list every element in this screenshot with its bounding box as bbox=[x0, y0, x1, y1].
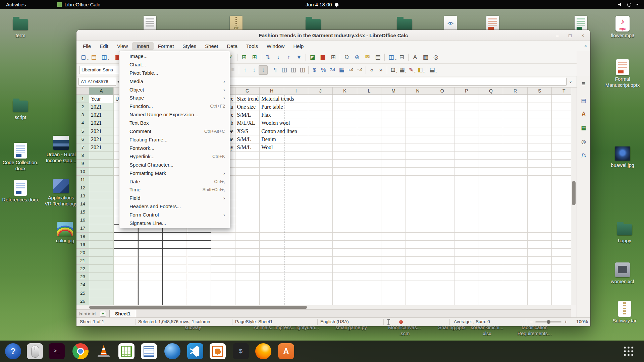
wrap-text-icon[interactable]: ¶ bbox=[271, 65, 280, 75]
column-header-N[interactable]: N bbox=[406, 87, 430, 95]
column-header-J[interactable]: J bbox=[308, 87, 333, 95]
row-header-7[interactable]: 7 bbox=[76, 143, 89, 152]
desktop-icon-flower-mp3[interactable]: flower.mp3 bbox=[606, 15, 639, 39]
currency-format-icon[interactable]: $ bbox=[310, 65, 319, 75]
unsaved-changes-icon[interactable] bbox=[399, 320, 403, 324]
row-header-1[interactable]: 1 bbox=[76, 95, 89, 103]
styles-icon[interactable]: A bbox=[579, 109, 589, 119]
cell-G5[interactable]: XS/S bbox=[235, 127, 249, 135]
menu-item-named-range-or-expression[interactable]: Named Range or Expression... bbox=[119, 110, 230, 119]
cell-G6[interactable]: S/M/L bbox=[235, 135, 251, 143]
insert-comment-icon[interactable]: ✉ bbox=[362, 53, 373, 62]
menu-item-form-control[interactable]: Form Control› bbox=[119, 210, 230, 219]
save-icon[interactable]: ◫▾ bbox=[99, 53, 109, 62]
insert-chart-icon[interactable]: ▆ bbox=[318, 53, 328, 62]
row-header-4[interactable]: 4 bbox=[76, 119, 89, 127]
sheet-tab-sheet1[interactable]: Sheet1 bbox=[109, 310, 136, 317]
desktop-icon-formal-manuscript[interactable]: FormalManuscript.pptx bbox=[606, 59, 639, 88]
mouse-settings-icon[interactable] bbox=[27, 343, 43, 359]
desktop-icon-applications-vr[interactable]: ApplicationsVR Technology bbox=[45, 177, 77, 207]
menu-data[interactable]: Data bbox=[222, 42, 242, 50]
row-header-17[interactable]: 17 bbox=[76, 224, 89, 232]
row-header-19[interactable]: 19 bbox=[76, 241, 89, 249]
desktop-icon-subway-tar[interactable]: Subway.tar bbox=[608, 300, 641, 324]
column-header-S[interactable]: S bbox=[528, 87, 552, 95]
align-top-icon[interactable]: ↑ bbox=[240, 65, 250, 75]
menu-view[interactable]: View bbox=[113, 42, 132, 50]
row-header-2[interactable]: 2 bbox=[76, 103, 89, 111]
menu-item-special-character[interactable]: Special Character... bbox=[119, 161, 230, 169]
autofilter-icon[interactable]: ▼ bbox=[294, 53, 304, 62]
terminal-icon[interactable] bbox=[49, 343, 65, 359]
zoom-slider[interactable] bbox=[535, 321, 561, 322]
row-header-3[interactable]: 3 bbox=[76, 111, 89, 119]
chrome-icon[interactable] bbox=[72, 343, 89, 359]
insert-column-icon[interactable]: ⊞ bbox=[249, 53, 260, 62]
merge-cells-icon[interactable]: ◫ bbox=[280, 65, 289, 75]
cell-G4[interactable]: M/L/XL bbox=[235, 119, 255, 127]
column-header-L[interactable]: L bbox=[357, 87, 382, 95]
align-bottom-icon[interactable]: ↓ bbox=[259, 65, 268, 75]
row-header-6[interactable]: 6 bbox=[76, 135, 89, 143]
cell-A2[interactable]: 2021 bbox=[89, 103, 102, 111]
row-header-15[interactable]: 15 bbox=[76, 208, 89, 216]
desktop-icon-script[interactable]: script bbox=[4, 97, 37, 120]
center-vertically-icon[interactable]: ↕ bbox=[250, 65, 259, 75]
firefox-icon[interactable] bbox=[255, 343, 271, 359]
row-header-26[interactable]: 26 bbox=[76, 297, 89, 305]
menu-item-date[interactable]: DateCtrl+; bbox=[119, 177, 230, 186]
row-header-14[interactable]: 14 bbox=[76, 200, 89, 208]
column-header-H[interactable]: H bbox=[260, 87, 284, 95]
language-indicator[interactable]: English (USA) bbox=[320, 319, 349, 324]
close-button[interactable]: × bbox=[580, 33, 586, 38]
show-apps-icon[interactable] bbox=[623, 346, 634, 357]
sort-ascending-icon[interactable]: ↓ bbox=[273, 53, 283, 62]
date-format-icon[interactable]: ▦ bbox=[337, 65, 346, 75]
clock-button[interactable]: Jun 4 18:00 bbox=[306, 2, 338, 7]
cell-B1[interactable]: U bbox=[114, 95, 119, 103]
select-all-corner[interactable] bbox=[76, 87, 89, 95]
cell-G3[interactable]: S/M/L bbox=[235, 111, 251, 119]
row-header-16[interactable]: 16 bbox=[76, 216, 89, 224]
column-header-T[interactable]: T bbox=[552, 87, 571, 95]
column-header-P[interactable]: P bbox=[454, 87, 479, 95]
navigator-icon[interactable]: ◎ bbox=[579, 137, 589, 146]
row-header-9[interactable]: 9 bbox=[76, 160, 89, 168]
cell-H1[interactable]: Material trends bbox=[260, 95, 294, 103]
maximize-button[interactable]: □ bbox=[567, 33, 573, 38]
column-header-K[interactable]: K bbox=[333, 87, 357, 95]
menu-file[interactable]: File bbox=[78, 42, 95, 50]
help-icon[interactable] bbox=[5, 343, 21, 359]
cell-H7[interactable]: Wool bbox=[260, 143, 273, 152]
row-header-25[interactable]: 25 bbox=[76, 289, 89, 297]
border-style-icon[interactable]: ▦▾ bbox=[397, 65, 407, 75]
network-globe-icon[interactable] bbox=[164, 343, 180, 359]
column-header-Q[interactable]: Q bbox=[479, 87, 503, 95]
merge-center-icon[interactable]: ◫ bbox=[289, 65, 298, 75]
gallery-icon[interactable]: ▦ bbox=[579, 123, 589, 132]
navigator-icon[interactable]: ◎ bbox=[431, 53, 441, 62]
properties-icon[interactable]: ▤ bbox=[579, 96, 589, 105]
desktop-icon-term[interactable]: term bbox=[4, 15, 37, 39]
sort-icon[interactable]: ⇅ bbox=[263, 53, 273, 62]
new-document-icon[interactable]: ▢▾ bbox=[78, 53, 89, 62]
close-document-icon[interactable]: × bbox=[584, 43, 587, 49]
horizontal-scrollbar-thumb[interactable] bbox=[89, 306, 307, 309]
row-header-13[interactable]: 13 bbox=[76, 192, 89, 200]
column-header-M[interactable]: M bbox=[381, 87, 406, 95]
row-header-5[interactable]: 5 bbox=[76, 127, 89, 135]
terminal-dark-icon[interactable] bbox=[233, 343, 249, 359]
expand-formula-bar-icon[interactable]: ∨ bbox=[567, 80, 575, 84]
cell-A7[interactable]: 2021 bbox=[89, 143, 102, 152]
row-header-8[interactable]: 8 bbox=[76, 152, 89, 160]
decrease-indent-icon[interactable]: « bbox=[367, 65, 376, 75]
vertical-scrollbar-thumb[interactable] bbox=[572, 181, 576, 205]
percent-format-icon[interactable]: % bbox=[319, 65, 328, 75]
sort-descending-icon[interactable]: ↑ bbox=[283, 53, 294, 62]
menu-item-comment[interactable]: CommentCtrl+Alt+C bbox=[119, 127, 230, 135]
unmerge-cells-icon[interactable]: ◫ bbox=[298, 65, 307, 75]
special-character-icon[interactable]: Ω bbox=[341, 53, 352, 62]
desktop-icon-code-collection[interactable]: Code Collection.docx bbox=[4, 142, 37, 172]
row-header-12[interactable]: 12 bbox=[76, 184, 89, 192]
desktop-icon-happy[interactable]: happy bbox=[608, 220, 641, 244]
